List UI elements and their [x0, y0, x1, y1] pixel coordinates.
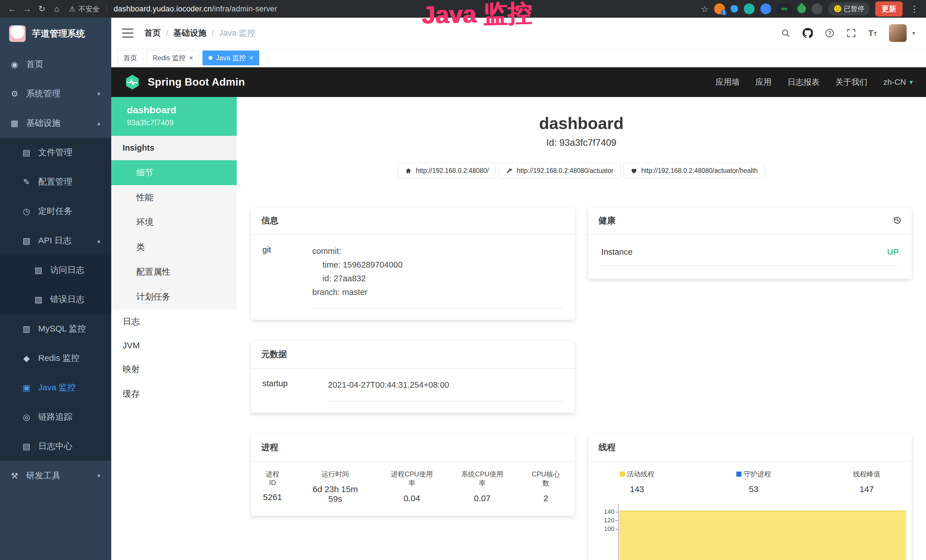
trace-icon: ◎ — [21, 412, 32, 422]
avatar-caret-icon[interactable]: ▾ — [912, 30, 915, 36]
sidebar-item-redis-monitor[interactable]: ◆ Redis 监控 — [0, 344, 111, 373]
instance-header[interactable]: dashboard 93a3fc7f7409 — [111, 97, 237, 136]
process-card-header: 进程 — [251, 434, 575, 462]
sba-item-scheduled-tasks[interactable]: 计划任务 — [111, 285, 237, 309]
health-card-header: 健康 — [589, 207, 912, 235]
sba-item-logs[interactable]: 日志 — [111, 309, 237, 334]
tools-icon: ⚒ — [9, 471, 20, 481]
sidebar-item-dev-tools[interactable]: ⚒ 研发工具 ▾ — [0, 461, 111, 490]
breadcrumb-infrastructure[interactable]: 基础设施 — [173, 27, 206, 39]
sba-brand[interactable]: Spring Boot Admin — [148, 76, 245, 88]
url-path: /infra/admin-server — [212, 5, 277, 13]
update-button[interactable]: 更新 — [875, 2, 903, 17]
sidebar-item-log-center[interactable]: ▤ 日志中心 — [0, 431, 111, 461]
sba-item-details[interactable]: 细节 — [111, 160, 237, 185]
breadcrumb-home[interactable]: 首页 — [144, 27, 161, 39]
fullscreen-icon[interactable] — [846, 28, 856, 38]
legend-live-threads: 活动线程 143 — [620, 469, 655, 494]
threads-card-header: 线程 — [589, 434, 912, 462]
sba-item-jvm[interactable]: JVM — [111, 334, 237, 357]
sidebar-item-error-logs[interactable]: ▨ 错误日志 — [0, 285, 111, 314]
threads-chart-area — [619, 511, 906, 560]
sba-item-config-props[interactable]: 配置属性 — [111, 260, 237, 285]
sidebar-item-system-management[interactable]: ⚙ 系统管理 ▾ — [0, 79, 111, 108]
close-icon[interactable]: × — [249, 54, 253, 61]
legend-swatch-yellow — [620, 472, 625, 477]
redis-icon: ◆ — [21, 353, 32, 363]
sidebar-item-trace[interactable]: ◎ 链路追踪 — [0, 402, 111, 431]
sba-nav-about[interactable]: 关于我们 — [835, 77, 867, 88]
reload-icon[interactable]: ↻ — [35, 2, 48, 15]
extension-icon-2[interactable] — [731, 5, 738, 12]
extension-leaf-icon[interactable] — [796, 3, 808, 15]
extension-toggle-on-icon[interactable]: on — [777, 3, 792, 14]
breadcrumb: 首页 / 基础设施 / Java 监控 — [144, 27, 255, 39]
sidebar-item-scheduled-tasks[interactable]: ◷ 定时任务 — [0, 197, 111, 226]
chrome-actions: ☆ 1 on 🙂 已暂停 更新 ⋮ — [701, 2, 920, 17]
help-icon[interactable]: ? — [825, 28, 834, 38]
history-icon[interactable] — [893, 216, 902, 226]
sba-section-insights: Insights — [111, 136, 237, 160]
sidebar-item-api-logs[interactable]: ▧ API 日志 ▴ — [0, 226, 111, 255]
legend-peak-threads: 线程峰值 147 — [853, 469, 881, 494]
sidebar-item-access-logs[interactable]: ▨ 访问日志 — [0, 255, 111, 285]
sba-item-mappings[interactable]: 映射 — [111, 357, 237, 382]
file-icon: ▤ — [21, 148, 32, 157]
bookmark-star-icon[interactable]: ☆ — [701, 4, 708, 14]
sba-item-performance[interactable]: 性能 — [111, 185, 237, 210]
wrench-icon — [506, 168, 513, 174]
sba-item-caches[interactable]: 缓存 — [111, 382, 237, 407]
instance-name: dashboard — [127, 104, 221, 115]
health-url-button[interactable]: http://192.168.0.2:48080/actuator/health — [623, 163, 765, 179]
url-bar[interactable]: dashboard.yudao.iocoder.cn/infra/admin-s… — [113, 5, 277, 14]
close-icon[interactable]: × — [189, 54, 193, 61]
sba-nav-applications[interactable]: 应用 — [756, 77, 772, 88]
extension-icon-3[interactable] — [744, 3, 755, 14]
sba-item-environment[interactable]: 环境 — [111, 210, 237, 235]
font-size-icon[interactable]: TT — [868, 28, 877, 38]
back-icon[interactable]: ← — [6, 2, 19, 15]
extension-icon-4[interactable] — [760, 3, 771, 14]
tab-home[interactable]: 首页 — [118, 50, 143, 65]
sba-nav-journal[interactable]: 日志报表 — [788, 77, 820, 88]
app-sidebar: 芋道管理系统 ◉ 首页 ⚙ 系统管理 ▾ ▦ 基础设施 ▴ ▤ 文件管理 ✎ 配… — [0, 18, 111, 560]
sidebar-item-config-management[interactable]: ✎ 配置管理 — [0, 167, 111, 197]
metadata-card-header: 元数据 — [251, 341, 575, 369]
sidebar-item-infrastructure[interactable]: ▦ 基础设施 ▴ — [0, 108, 111, 138]
extension-icon-7[interactable] — [812, 3, 823, 14]
actuator-url-button[interactable]: http://192.168.0.2:48080/actuator — [499, 163, 620, 179]
sba-logo-icon[interactable] — [124, 74, 140, 90]
browser-menu-icon[interactable]: ⋮ — [908, 4, 920, 14]
process-card: 进程 进程ID 5261 运行时间 6d 23h 15m 59s — [251, 434, 575, 516]
java-icon: ▣ — [21, 383, 32, 392]
avatar[interactable] — [889, 24, 906, 42]
chevron-down-icon: ▾ — [97, 472, 100, 480]
forward-icon[interactable]: → — [21, 2, 34, 15]
sidebar-item-home[interactable]: ◉ 首页 — [0, 50, 111, 79]
extension-icon-1[interactable]: 1 — [714, 3, 725, 14]
service-url-button[interactable]: http://192.168.0.2:48080/ — [398, 163, 496, 179]
app-title: 芋道管理系统 — [32, 28, 85, 40]
tab-java-monitor[interactable]: Java 监控 × — [203, 50, 259, 65]
sba-item-classes[interactable]: 类 — [111, 235, 237, 260]
timer-icon: ◷ — [21, 207, 32, 216]
search-icon[interactable] — [781, 28, 791, 38]
paused-badge[interactable]: 🙂 已暂停 — [828, 2, 870, 15]
sidebar-item-mysql-monitor[interactable]: ▥ MySQL 监控 — [0, 314, 111, 344]
security-label: 不安全 — [78, 4, 100, 14]
app-logo-row[interactable]: 芋道管理系统 — [0, 18, 111, 50]
sba-nav-wallboard[interactable]: 应用墙 — [716, 77, 740, 88]
github-icon[interactable] — [802, 28, 813, 38]
sidebar-item-java-monitor[interactable]: ▣ Java 监控 — [0, 373, 111, 402]
sba-language-selector[interactable]: zh-CN ▾ — [884, 77, 913, 87]
mysql-icon: ▥ — [21, 324, 32, 334]
hamburger-icon[interactable] — [122, 29, 133, 38]
threads-legend: 活动线程 143 守护进程 53 — [589, 462, 912, 494]
sidebar-item-file-management[interactable]: ▤ 文件管理 — [0, 138, 111, 167]
security-chip[interactable]: ⚠ 不安全 — [69, 4, 100, 14]
chevron-up-icon: ▴ — [97, 120, 100, 127]
tab-redis-monitor[interactable]: Redis 监控 × — [147, 50, 199, 65]
document-icon: ▨ — [33, 295, 44, 304]
sba-header: Spring Boot Admin 应用墙 应用 日志报表 关于我们 zh-CN… — [111, 67, 926, 97]
browser-home-icon[interactable]: ⌂ — [50, 2, 63, 15]
